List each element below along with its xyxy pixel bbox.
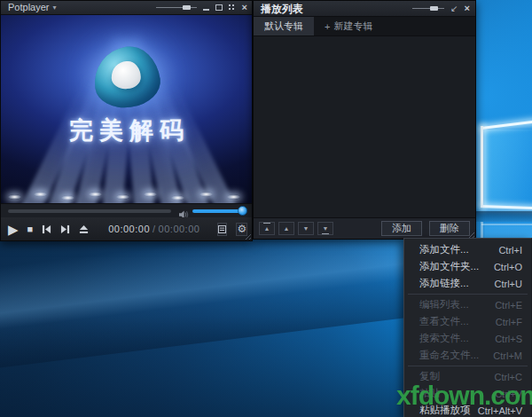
move-up-icon: ▲ <box>284 225 290 232</box>
player-title: Potplayer <box>8 3 49 12</box>
open-file-button[interactable] <box>79 224 89 234</box>
move-to-bottom-icon: ▼ <box>323 225 329 232</box>
settings-button[interactable]: ⚙ <box>236 223 247 236</box>
menu-item-rename-file: 重命名文件... Ctrl+M <box>404 347 531 364</box>
tab-default-album[interactable]: 默认专辑 <box>254 17 314 35</box>
move-to-top-icon: ▲ <box>264 225 270 232</box>
splash-title: 完美解码 <box>1 114 252 146</box>
menu-separator <box>404 292 531 296</box>
player-titlebar[interactable]: Potplayer ▾ × <box>1 1 252 15</box>
play-button[interactable]: ▶ <box>8 223 19 236</box>
video-area[interactable]: 完美解码 <box>1 15 252 203</box>
windows-logo-pane <box>484 130 532 206</box>
title-menu-arrow-icon[interactable]: ▾ <box>52 4 56 12</box>
windows-logo-shadow <box>476 211 532 222</box>
menu-separator <box>404 364 531 368</box>
windows-logo-reflection-pane <box>484 225 532 238</box>
control-panel-button[interactable] <box>217 223 227 236</box>
previous-button[interactable] <box>42 224 51 234</box>
stop-button[interactable]: ■ <box>27 224 34 234</box>
tab-new-album[interactable]: + 新建专辑 <box>314 17 383 35</box>
time-separator: / <box>153 224 156 234</box>
playlist-toolbar: ▲ ▲ ▼ ▼ 添加 删除 <box>254 217 475 239</box>
playlist-items-area[interactable] <box>254 36 475 217</box>
playlist-opacity-slider[interactable] <box>412 4 444 12</box>
windows-logo-vertical-edge <box>481 126 483 208</box>
volume-slider[interactable] <box>192 209 244 213</box>
menu-item-edit-list: 编辑列表... Ctrl+E <box>404 296 531 313</box>
menu-item-add-file[interactable]: 添加文件... Ctrl+I <box>404 241 531 258</box>
plus-icon: + <box>325 21 330 32</box>
delete-button[interactable]: 删除 <box>429 221 470 236</box>
seek-row <box>1 203 252 217</box>
volume-knob[interactable] <box>238 206 247 216</box>
menu-item-search-file: 搜索文件... Ctrl+S <box>404 330 531 347</box>
transport-controls: ▶ ■ 00:00:00/00:00:00 ⚙ <box>1 217 252 240</box>
screen: Potplayer ▾ × 完 <box>0 0 532 417</box>
minimize-icon[interactable] <box>203 9 209 11</box>
move-up-button[interactable]: ▲ <box>278 222 294 235</box>
move-down-icon: ▼ <box>303 225 309 232</box>
close-icon[interactable]: × <box>242 3 247 12</box>
seek-bar[interactable] <box>8 209 171 213</box>
stage-lights <box>1 189 252 201</box>
playlist-close-icon[interactable]: × <box>465 4 470 13</box>
move-to-bottom-button[interactable]: ▼ <box>317 222 333 235</box>
fullscreen-icon[interactable] <box>229 4 236 12</box>
time-total: 00:00:00 <box>159 224 200 234</box>
playlist-tabs: 默认专辑 + 新建专辑 <box>254 17 475 36</box>
menu-item-view-file: 查看文件... Ctrl+F <box>404 313 531 330</box>
time-display: 00:00:00/00:00:00 <box>108 224 200 234</box>
potplayer-window: Potplayer ▾ × 完 <box>0 0 253 241</box>
playlist-title: 播放列表 <box>261 4 303 14</box>
next-button[interactable] <box>60 224 70 234</box>
opacity-slider[interactable] <box>156 4 197 12</box>
site-watermark: xfdown.com <box>396 381 532 411</box>
move-down-button[interactable]: ▼ <box>298 222 314 235</box>
menu-item-add-link[interactable]: 添加链接... Ctrl+U <box>404 275 531 292</box>
time-current: 00:00:00 <box>108 224 150 234</box>
dock-arrow-icon[interactable]: ↙ <box>450 4 458 13</box>
move-to-top-button[interactable]: ▲ <box>259 222 275 235</box>
playlist-titlebar[interactable]: 播放列表 ↙ × <box>254 1 475 17</box>
playlist-window: 播放列表 ↙ × 默认专辑 + 新建专辑 ▲ <box>253 0 476 240</box>
gear-icon: ⚙ <box>237 224 246 234</box>
menu-item-add-folder[interactable]: 添加文件夹... Ctrl+O <box>404 258 531 275</box>
add-button[interactable]: 添加 <box>381 221 422 236</box>
maximize-icon[interactable] <box>215 4 223 11</box>
